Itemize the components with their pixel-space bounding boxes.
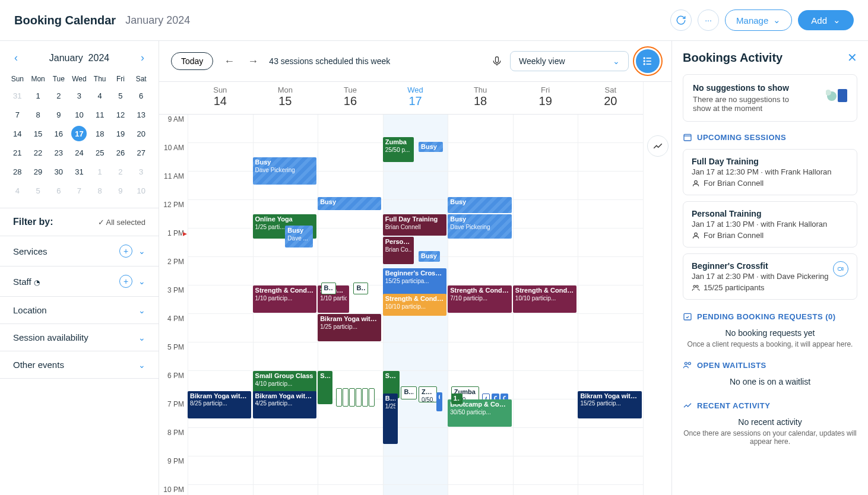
mini-day-next[interactable]: 10 — [134, 183, 149, 198]
calendar-event[interactable]: Strength & Conditioning10/10 particip... — [513, 285, 576, 313]
mini-day[interactable]: 22 — [30, 145, 46, 160]
mini-day[interactable]: 23 — [51, 145, 66, 160]
mini-day[interactable]: 6 — [134, 88, 149, 103]
mini-day[interactable]: 31 — [71, 164, 87, 179]
day-header[interactable]: Sat20 — [578, 82, 643, 114]
prev-week-button[interactable]: ← — [221, 53, 237, 70]
close-panel-button[interactable]: ✕ — [847, 50, 857, 65]
calendar-event[interactable]: Busy — [419, 251, 440, 261]
mini-day-next[interactable]: 5 — [30, 183, 46, 198]
mini-day[interactable]: 7 — [9, 107, 25, 122]
mini-day[interactable]: 2 — [51, 88, 66, 103]
calendar-event[interactable]: B Y w — [362, 388, 368, 407]
voice-icon[interactable] — [491, 55, 503, 67]
calendar-event[interactable]: Sm Gr — [318, 371, 332, 404]
mini-day-next[interactable]: 9 — [113, 183, 128, 198]
mini-day-prev[interactable]: 31 — [9, 88, 25, 103]
calendar-event[interactable]: B Y w — [343, 388, 349, 407]
calendar-event[interactable]: On Yo — [436, 392, 443, 411]
calendar-event[interactable]: Bikram Yoga with Sarah15/25 particip... — [578, 391, 641, 418]
calendar-event[interactable]: Beg Crossfit1/25... — [383, 394, 398, 443]
calendar-event[interactable]: BusyDave ... — [285, 226, 313, 247]
calendar-event[interactable]: Full Day TrainingBrian Connell — [383, 214, 446, 236]
mini-day[interactable]: 18 — [92, 126, 107, 141]
calendar-event[interactable]: BusyDave Pickering — [253, 157, 316, 185]
mini-day[interactable]: 5 — [113, 88, 128, 103]
day-header[interactable]: Thu18 — [448, 82, 513, 114]
mini-day-next[interactable]: 1 — [92, 164, 107, 179]
session-card[interactable]: Full Day TrainingJan 17 at 12:30 PM · wi… — [683, 149, 857, 195]
filter-row[interactable]: Location⌄ — [0, 297, 159, 324]
mini-day-next[interactable]: 4 — [9, 183, 25, 198]
next-week-button[interactable]: → — [245, 53, 261, 70]
calendar-event[interactable]: Beginne — [321, 283, 336, 294]
calendar-event[interactable]: Bikram Yoga with Sarah8/25 particip... — [188, 391, 251, 418]
calendar-event[interactable]: Busy — [448, 197, 511, 213]
session-card[interactable]: Beginner's CrossfitJan 17 at 2:30 PM · w… — [683, 253, 857, 300]
add-filter-button[interactable]: + — [119, 275, 132, 288]
day-header[interactable]: Mon15 — [253, 82, 318, 114]
mini-day[interactable]: 25 — [92, 145, 107, 160]
mini-day[interactable]: 9 — [51, 107, 66, 122]
add-button[interactable]: Add ⌄ — [798, 10, 854, 30]
filter-row[interactable]: Services+⌄ — [0, 236, 159, 266]
next-month-button[interactable]: › — [138, 49, 147, 66]
mini-day[interactable]: 11 — [92, 107, 107, 122]
mini-day[interactable]: 30 — [51, 164, 66, 179]
mini-day[interactable]: 20 — [134, 126, 149, 141]
calendar-event[interactable]: BusyDave Pickering — [448, 214, 511, 239]
mini-day[interactable]: 1 — [30, 88, 46, 103]
view-select[interactable]: Weekly view ⌄ — [510, 51, 629, 71]
day-header[interactable]: Tue16 — [318, 82, 383, 114]
session-card[interactable]: Personal TrainingJan 17 at 1:30 PM · wit… — [683, 201, 857, 248]
mini-day[interactable]: 26 — [113, 145, 128, 160]
calendar-event[interactable]: B Y w — [336, 388, 342, 407]
calendar-event[interactable]: 17/ — [451, 394, 463, 404]
filter-row[interactable]: Session availability⌄ — [0, 324, 159, 351]
add-filter-button[interactable]: + — [119, 245, 132, 258]
calendar-event[interactable]: Strength & Conditioning10/10 particip... — [383, 294, 446, 315]
calendar-event[interactable]: Beginne — [353, 283, 368, 294]
refresh-button[interactable] — [670, 9, 692, 31]
calendar-event[interactable]: Z — [369, 388, 375, 407]
calendar-event[interactable]: Bikram Yoga with Sarah1/25 particip... — [318, 314, 381, 341]
calendar-event[interactable]: Personal TrainingBrian Co... — [383, 237, 414, 264]
day-header[interactable]: Wed17 — [383, 82, 448, 114]
mini-day[interactable]: 14 — [9, 126, 25, 141]
mini-day-next[interactable]: 3 — [134, 164, 149, 179]
calendar-event[interactable]: Busy — [419, 142, 443, 152]
calendar-event[interactable]: B Y w — [356, 388, 362, 407]
mini-day[interactable]: 8 — [30, 107, 46, 122]
day-header[interactable]: Sun14 — [188, 82, 253, 114]
calendar-event[interactable]: Zumba25/50 p... — [383, 137, 414, 161]
calendar-event[interactable]: B Y w — [349, 388, 355, 407]
mini-day[interactable]: 10 — [71, 107, 87, 122]
mini-day[interactable]: 17 — [71, 126, 87, 141]
day-header[interactable]: Fri19 — [513, 82, 578, 114]
more-button[interactable]: ··· — [698, 9, 719, 31]
today-button[interactable]: Today — [171, 52, 213, 70]
mini-day[interactable]: 15 — [30, 126, 46, 141]
calendar-event[interactable]: Bikr Yog with — [401, 386, 416, 399]
mini-day[interactable]: 12 — [113, 107, 128, 122]
calendar-event[interactable]: Strength & Conditioning7/10 particip... — [448, 285, 511, 313]
calendar-event[interactable]: Zumba0/50... — [419, 386, 437, 402]
mini-day-next[interactable]: 2 — [113, 164, 128, 179]
mini-day[interactable]: 21 — [9, 145, 25, 160]
prev-month-button[interactable]: ‹ — [12, 49, 20, 66]
mini-day[interactable]: 13 — [134, 107, 149, 122]
list-view-button[interactable] — [636, 49, 660, 73]
mini-day[interactable]: 19 — [113, 126, 128, 141]
mini-day-next[interactable]: 7 — [71, 183, 87, 198]
mini-day[interactable]: 3 — [71, 88, 87, 103]
mini-day[interactable]: 24 — [71, 145, 87, 160]
filter-row[interactable]: Other events⌄ — [0, 351, 159, 379]
mini-day-next[interactable]: 8 — [92, 183, 107, 198]
mini-day[interactable]: 29 — [30, 164, 46, 179]
mini-day[interactable]: 16 — [51, 126, 66, 141]
calendar-event[interactable]: Bikram Yoga with Sarah4/25 particip... — [253, 391, 316, 418]
analytics-button[interactable] — [647, 135, 669, 157]
calendar-event[interactable]: Strength & Conditioning1/10 particip... — [253, 285, 316, 313]
mini-day[interactable]: 4 — [92, 88, 107, 103]
mini-day-next[interactable]: 6 — [51, 183, 66, 198]
